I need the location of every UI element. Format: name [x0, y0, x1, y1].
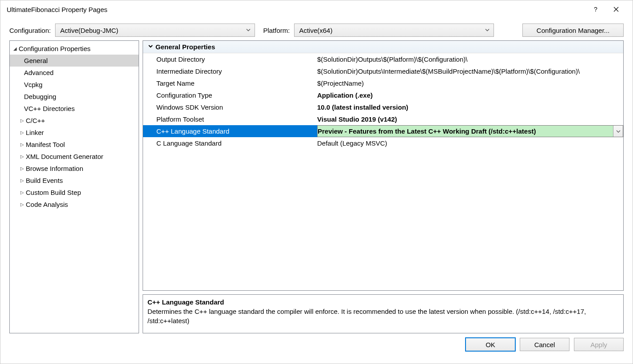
tree-item[interactable]: ▷C/C++ — [10, 115, 139, 127]
property-row[interactable]: C++ Language StandardPreview - Features … — [143, 125, 623, 137]
tree-item[interactable]: General — [10, 55, 139, 67]
tree-item-label: Custom Build Step — [26, 189, 81, 196]
expand-icon[interactable]: ▷ — [19, 130, 26, 135]
property-label: C Language Standard — [143, 137, 317, 149]
chevron-down-icon — [246, 27, 251, 34]
property-value[interactable]: Preview - Features from the Latest C++ W… — [317, 125, 623, 137]
property-row[interactable]: Intermediate Directory$(SolutionDir)Outp… — [143, 65, 623, 77]
property-label: C++ Language Standard — [143, 125, 317, 137]
window-title: UltimateFibonacci Property Pages — [7, 6, 585, 13]
property-value[interactable]: Default (Legacy MSVC) — [317, 137, 623, 149]
nav-tree[interactable]: ◢ Configuration Properties GeneralAdvanc… — [9, 40, 139, 333]
cancel-button[interactable]: Cancel — [520, 338, 569, 351]
property-label: Windows SDK Version — [143, 101, 317, 113]
property-value[interactable]: $(ProjectName) — [317, 77, 623, 89]
expand-icon[interactable]: ▷ — [19, 142, 26, 147]
tree-item-label: Browse Information — [26, 165, 83, 172]
tree-item[interactable]: ▷Manifest Tool — [10, 138, 139, 150]
tree-item[interactable]: ▷Linker — [10, 127, 139, 138]
tree-item[interactable]: ▷Browse Information — [10, 162, 139, 174]
titlebar: UltimateFibonacci Property Pages ? — [0, 0, 633, 18]
expand-icon[interactable]: ▷ — [19, 190, 26, 195]
apply-button[interactable]: Apply — [574, 338, 624, 351]
tree-item-label: Code Analysis — [26, 201, 68, 208]
property-value[interactable]: 10.0 (latest installed version) — [317, 101, 623, 113]
chevron-down-icon — [616, 129, 621, 134]
property-value[interactable]: Visual Studio 2019 (v142) — [317, 113, 623, 125]
property-row[interactable]: Target Name$(ProjectName) — [143, 77, 623, 89]
description-box: C++ Language Standard Determines the C++… — [143, 294, 624, 333]
platform-combo[interactable]: Active(x64) — [294, 24, 494, 37]
tree-item[interactable]: Advanced — [10, 67, 139, 79]
tree-item[interactable]: Debugging — [10, 91, 139, 103]
tree-item[interactable]: ▷Code Analysis — [10, 198, 139, 210]
property-row[interactable]: Windows SDK Version10.0 (latest installe… — [143, 101, 623, 113]
tree-item-label: Manifest Tool — [26, 141, 65, 148]
collapse-icon[interactable] — [146, 43, 155, 51]
grid-header-label: General Properties — [155, 43, 215, 51]
expand-icon[interactable]: ▷ — [19, 154, 26, 159]
tree-item-label: VC++ Directories — [24, 105, 75, 112]
tree-item-label: General — [24, 57, 48, 64]
property-value[interactable]: $(SolutionDir)Outputs\Intermediate\$(MSB… — [317, 65, 623, 77]
dialog-buttons: OK Cancel Apply — [0, 333, 633, 351]
tree-item[interactable]: Vcpkg — [10, 79, 139, 91]
tree-item-label: Linker — [26, 129, 44, 136]
platform-value: Active(x64) — [299, 27, 332, 34]
config-row: Configuration: Active(Debug-JMC) Platfor… — [0, 18, 633, 40]
property-grid[interactable]: General Properties Output Directory$(Sol… — [143, 40, 624, 291]
property-label: Platform Toolset — [143, 113, 317, 125]
expand-icon[interactable]: ▷ — [19, 178, 26, 183]
tree-item[interactable]: VC++ Directories — [10, 103, 139, 115]
tree-item-label: Build Events — [26, 177, 63, 184]
expand-icon[interactable]: ▷ — [19, 202, 26, 207]
configuration-value: Active(Debug-JMC) — [60, 27, 118, 34]
configuration-combo[interactable]: Active(Debug-JMC) — [55, 24, 255, 37]
tree-item-label: Debugging — [24, 93, 56, 100]
tree-root-label: Configuration Properties — [19, 45, 91, 52]
tree-item-label: C/C++ — [26, 117, 45, 124]
chevron-down-icon — [485, 27, 490, 34]
ok-button[interactable]: OK — [466, 338, 515, 351]
property-value[interactable]: $(SolutionDir)Outputs\$(Platform)\$(Conf… — [317, 53, 623, 65]
property-row[interactable]: C Language StandardDefault (Legacy MSVC) — [143, 137, 623, 149]
property-label: Target Name — [143, 77, 317, 89]
grid-header[interactable]: General Properties — [143, 41, 623, 53]
collapse-icon[interactable]: ◢ — [12, 46, 19, 51]
dropdown-button[interactable] — [613, 126, 623, 137]
expand-icon[interactable]: ▷ — [19, 166, 26, 171]
configuration-label: Configuration: — [9, 27, 51, 34]
tree-item[interactable]: ▷Build Events — [10, 174, 139, 186]
property-label: Intermediate Directory — [143, 65, 317, 77]
tree-root[interactable]: ◢ Configuration Properties — [10, 43, 139, 55]
property-row[interactable]: Output Directory$(SolutionDir)Outputs\$(… — [143, 53, 623, 65]
property-value[interactable]: Application (.exe) — [317, 89, 623, 101]
tree-item[interactable]: ▷XML Document Generator — [10, 150, 139, 162]
configuration-manager-button[interactable]: Configuration Manager... — [522, 24, 624, 37]
description-text: Determines the C++ language standard the… — [147, 307, 619, 325]
tree-item-label: Advanced — [24, 69, 54, 76]
tree-item[interactable]: ▷Custom Build Step — [10, 186, 139, 198]
platform-label: Platform: — [263, 27, 290, 34]
expand-icon[interactable]: ▷ — [19, 118, 26, 123]
property-label: Configuration Type — [143, 89, 317, 101]
close-icon — [613, 7, 619, 12]
close-button[interactable] — [606, 0, 626, 18]
tree-item-label: XML Document Generator — [26, 153, 104, 160]
property-row[interactable]: Configuration TypeApplication (.exe) — [143, 89, 623, 101]
property-row[interactable]: Platform ToolsetVisual Studio 2019 (v142… — [143, 113, 623, 125]
help-button[interactable]: ? — [585, 0, 606, 18]
property-label: Output Directory — [143, 53, 317, 65]
description-title: C++ Language Standard — [147, 298, 619, 306]
tree-item-label: Vcpkg — [24, 81, 43, 88]
